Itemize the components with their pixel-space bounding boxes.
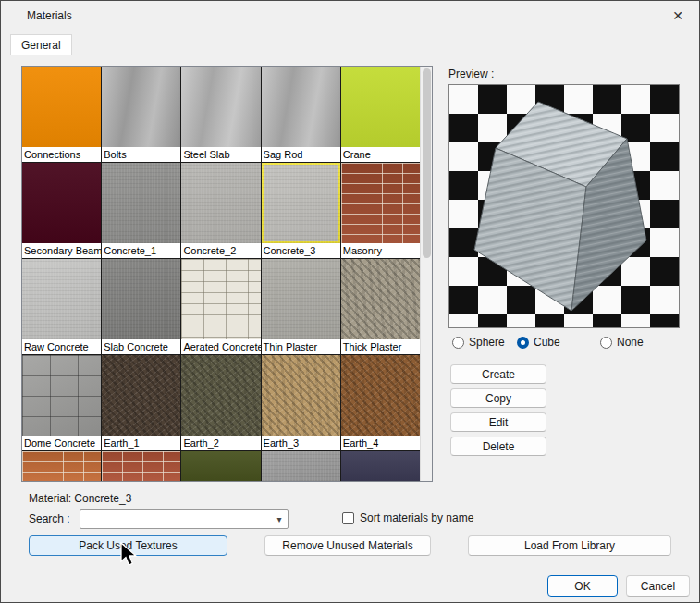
material-texture[interactable] [262,451,340,481]
material-swatch-bolts[interactable]: Bolts [102,67,180,162]
selected-material-label: Material: Concrete_3 [29,492,131,505]
search-input[interactable] [80,510,271,528]
radio-sphere[interactable]: Sphere [452,336,505,349]
cancel-button[interactable]: Cancel [626,575,690,597]
delete-button[interactable]: Delete [450,437,546,456]
sort-checkbox[interactable]: Sort materials by name [342,511,473,524]
material-name: Concrete_3 [262,243,340,258]
radio-circle-icon[interactable] [452,337,464,349]
remove-unused-materials-button[interactable]: Remove Unused Materials [264,535,431,556]
materials-list-panel: ConnectionsBoltsSteel SlabSag RodCraneSe… [21,66,433,482]
material-swatch-secondary-beam[interactable]: Secondary Beam [22,163,101,258]
bottom-button-row: Pack Used TexturesRemove Unused Material… [1,535,699,556]
tab-strip: General [10,34,72,55]
material-swatch-concrete-3[interactable]: Concrete_3 [262,163,340,258]
material-swatch-concrete-2[interactable]: Concrete_2 [181,163,260,258]
checkbox-box[interactable] [342,512,354,524]
copy-button[interactable]: Copy [450,388,546,408]
material-swatch-steel-slab[interactable]: Steel Slab [181,67,260,162]
material-swatch-thick-plaster[interactable]: Thick Plaster [341,259,420,354]
material-name: Masonry [341,243,420,258]
ok-button[interactable]: OK [547,575,618,597]
material-texture[interactable] [102,163,180,243]
material-name: Bolts [102,147,180,162]
material-texture[interactable] [262,259,340,339]
radio-circle-icon[interactable] [600,337,612,349]
material-name: Concrete_2 [181,243,260,258]
materials-dialog: Materials ✕ General ConnectionsBoltsStee… [0,0,700,603]
edit-button[interactable]: Edit [450,412,546,432]
material-swatch-concrete-1[interactable]: Concrete_1 [102,163,180,258]
material-texture[interactable] [102,355,180,436]
material-texture[interactable] [181,163,260,243]
material-texture[interactable] [181,355,260,436]
radio-label: Sphere [469,336,505,349]
preview-shape-options: SphereCubeNone [448,336,680,352]
material-texture[interactable] [262,163,340,243]
material-texture[interactable] [341,259,420,339]
material-swatch-slab-concrete[interactable]: Slab Concrete [102,259,180,354]
radio-label: None [617,336,644,349]
material-texture[interactable] [341,451,420,481]
material-swatch-raw-concrete[interactable]: Raw Concrete [22,259,101,354]
close-icon[interactable]: ✕ [662,4,694,28]
search-label: Search : [29,512,70,525]
material-swatch[interactable] [22,451,101,481]
material-swatch[interactable] [341,451,420,481]
material-texture[interactable] [22,67,101,147]
material-swatch-connections[interactable]: Connections [22,67,101,162]
material-texture[interactable] [22,163,101,243]
material-texture[interactable] [341,355,420,436]
material-name: Connections [22,147,101,162]
material-texture[interactable] [341,163,420,243]
material-texture[interactable] [22,451,101,481]
material-name: Dome Concrete [22,436,101,450]
material-name: Crane [341,147,420,162]
radio-cube[interactable]: Cube [517,336,560,349]
create-button[interactable]: Create [450,364,546,384]
material-swatch-crane[interactable]: Crane [341,67,420,162]
material-swatch[interactable] [262,451,340,481]
material-texture[interactable] [181,259,260,339]
sort-checkbox-label: Sort materials by name [360,511,473,524]
material-texture[interactable] [102,67,180,147]
material-texture[interactable] [181,451,260,481]
radio-none[interactable]: None [600,336,644,349]
material-swatch-sag-rod[interactable]: Sag Rod [262,67,340,162]
materials-scrollbar[interactable] [420,67,432,481]
radio-circle-icon[interactable] [517,337,529,349]
search-combobox[interactable]: ▾ [80,509,289,529]
material-name: Thin Plaster [262,339,340,354]
scrollbar-thumb[interactable] [423,68,431,258]
tab-general-label: General [21,39,61,52]
window-title: Materials [1,9,72,22]
material-name: Earth_4 [341,436,420,450]
tab-general[interactable]: General [10,34,72,55]
material-texture[interactable] [22,355,101,436]
material-swatch[interactable] [181,451,260,481]
material-name: Earth_3 [262,436,340,450]
materials-grid: ConnectionsBoltsSteel SlabSag RodCraneSe… [22,67,420,481]
preview-label: Preview : [448,68,494,80]
material-swatch-masonry[interactable]: Masonry [341,163,420,258]
material-texture[interactable] [262,67,340,147]
material-texture[interactable] [22,259,101,339]
material-texture[interactable] [102,259,180,339]
material-texture[interactable] [262,355,340,436]
material-texture[interactable] [181,67,260,147]
material-swatch-earth-1[interactable]: Earth_1 [102,355,180,450]
material-swatch-earth-3[interactable]: Earth_3 [262,355,340,450]
material-swatch-aerated-concrete[interactable]: Aerated Concrete [181,259,260,354]
pack-used-textures-button[interactable]: Pack Used Textures [29,535,227,556]
material-swatch-dome-concrete[interactable]: Dome Concrete [22,355,101,450]
material-texture[interactable] [341,67,420,147]
material-swatch-thin-plaster[interactable]: Thin Plaster [262,259,340,354]
material-swatch[interactable] [102,451,180,481]
material-swatch-earth-4[interactable]: Earth_4 [341,355,420,450]
load-from-library-button[interactable]: Load From Library [468,535,671,556]
material-texture[interactable] [102,451,180,481]
material-name: Aerated Concrete [181,339,260,354]
material-name: Slab Concrete [102,339,180,354]
material-swatch-earth-2[interactable]: Earth_2 [181,355,260,450]
chevron-down-icon[interactable]: ▾ [271,514,288,524]
